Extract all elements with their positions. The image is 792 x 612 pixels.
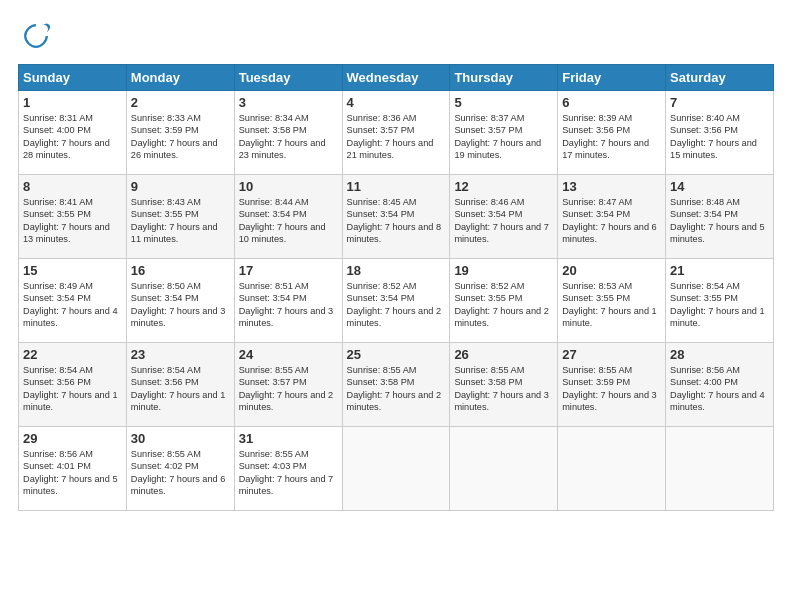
calendar-header-sunday: Sunday bbox=[19, 65, 127, 91]
calendar-cell bbox=[666, 427, 774, 511]
calendar-cell: 8 Sunrise: 8:41 AMSunset: 3:55 PMDayligh… bbox=[19, 175, 127, 259]
calendar-week-1: 1 Sunrise: 8:31 AMSunset: 4:00 PMDayligh… bbox=[19, 91, 774, 175]
calendar-cell: 2 Sunrise: 8:33 AMSunset: 3:59 PMDayligh… bbox=[126, 91, 234, 175]
day-info: Sunrise: 8:44 AMSunset: 3:54 PMDaylight:… bbox=[239, 197, 326, 244]
calendar-cell: 25 Sunrise: 8:55 AMSunset: 3:58 PMDaylig… bbox=[342, 343, 450, 427]
day-number: 7 bbox=[670, 95, 769, 110]
calendar-header-friday: Friday bbox=[558, 65, 666, 91]
calendar-cell: 29 Sunrise: 8:56 AMSunset: 4:01 PMDaylig… bbox=[19, 427, 127, 511]
day-info: Sunrise: 8:47 AMSunset: 3:54 PMDaylight:… bbox=[562, 197, 657, 244]
day-number: 8 bbox=[23, 179, 122, 194]
calendar-week-4: 22 Sunrise: 8:54 AMSunset: 3:56 PMDaylig… bbox=[19, 343, 774, 427]
day-info: Sunrise: 8:55 AMSunset: 3:59 PMDaylight:… bbox=[562, 365, 657, 412]
day-number: 16 bbox=[131, 263, 230, 278]
calendar-cell: 28 Sunrise: 8:56 AMSunset: 4:00 PMDaylig… bbox=[666, 343, 774, 427]
calendar-cell: 4 Sunrise: 8:36 AMSunset: 3:57 PMDayligh… bbox=[342, 91, 450, 175]
calendar-cell: 13 Sunrise: 8:47 AMSunset: 3:54 PMDaylig… bbox=[558, 175, 666, 259]
calendar-header-wednesday: Wednesday bbox=[342, 65, 450, 91]
calendar-cell: 12 Sunrise: 8:46 AMSunset: 3:54 PMDaylig… bbox=[450, 175, 558, 259]
calendar-cell: 16 Sunrise: 8:50 AMSunset: 3:54 PMDaylig… bbox=[126, 259, 234, 343]
calendar-cell: 3 Sunrise: 8:34 AMSunset: 3:58 PMDayligh… bbox=[234, 91, 342, 175]
calendar-cell: 20 Sunrise: 8:53 AMSunset: 3:55 PMDaylig… bbox=[558, 259, 666, 343]
day-number: 9 bbox=[131, 179, 230, 194]
day-number: 5 bbox=[454, 95, 553, 110]
day-number: 18 bbox=[347, 263, 446, 278]
day-number: 10 bbox=[239, 179, 338, 194]
calendar-cell bbox=[450, 427, 558, 511]
calendar-cell: 17 Sunrise: 8:51 AMSunset: 3:54 PMDaylig… bbox=[234, 259, 342, 343]
calendar-cell: 24 Sunrise: 8:55 AMSunset: 3:57 PMDaylig… bbox=[234, 343, 342, 427]
calendar-cell: 30 Sunrise: 8:55 AMSunset: 4:02 PMDaylig… bbox=[126, 427, 234, 511]
calendar-cell: 27 Sunrise: 8:55 AMSunset: 3:59 PMDaylig… bbox=[558, 343, 666, 427]
day-info: Sunrise: 8:54 AMSunset: 3:55 PMDaylight:… bbox=[670, 281, 765, 328]
day-info: Sunrise: 8:55 AMSunset: 4:03 PMDaylight:… bbox=[239, 449, 334, 496]
calendar-week-3: 15 Sunrise: 8:49 AMSunset: 3:54 PMDaylig… bbox=[19, 259, 774, 343]
calendar-cell: 11 Sunrise: 8:45 AMSunset: 3:54 PMDaylig… bbox=[342, 175, 450, 259]
day-info: Sunrise: 8:46 AMSunset: 3:54 PMDaylight:… bbox=[454, 197, 549, 244]
calendar-header-thursday: Thursday bbox=[450, 65, 558, 91]
day-info: Sunrise: 8:55 AMSunset: 3:57 PMDaylight:… bbox=[239, 365, 334, 412]
calendar: SundayMondayTuesdayWednesdayThursdayFrid… bbox=[18, 64, 774, 511]
calendar-cell: 6 Sunrise: 8:39 AMSunset: 3:56 PMDayligh… bbox=[558, 91, 666, 175]
page: SundayMondayTuesdayWednesdayThursdayFrid… bbox=[0, 0, 792, 612]
day-number: 26 bbox=[454, 347, 553, 362]
calendar-cell: 18 Sunrise: 8:52 AMSunset: 3:54 PMDaylig… bbox=[342, 259, 450, 343]
day-info: Sunrise: 8:37 AMSunset: 3:57 PMDaylight:… bbox=[454, 113, 541, 160]
day-info: Sunrise: 8:55 AMSunset: 4:02 PMDaylight:… bbox=[131, 449, 226, 496]
day-info: Sunrise: 8:40 AMSunset: 3:56 PMDaylight:… bbox=[670, 113, 757, 160]
day-number: 31 bbox=[239, 431, 338, 446]
day-info: Sunrise: 8:49 AMSunset: 3:54 PMDaylight:… bbox=[23, 281, 118, 328]
calendar-cell: 31 Sunrise: 8:55 AMSunset: 4:03 PMDaylig… bbox=[234, 427, 342, 511]
day-number: 23 bbox=[131, 347, 230, 362]
day-number: 1 bbox=[23, 95, 122, 110]
day-info: Sunrise: 8:45 AMSunset: 3:54 PMDaylight:… bbox=[347, 197, 442, 244]
day-number: 27 bbox=[562, 347, 661, 362]
logo bbox=[18, 18, 58, 54]
calendar-cell: 7 Sunrise: 8:40 AMSunset: 3:56 PMDayligh… bbox=[666, 91, 774, 175]
calendar-header-row: SundayMondayTuesdayWednesdayThursdayFrid… bbox=[19, 65, 774, 91]
calendar-cell: 14 Sunrise: 8:48 AMSunset: 3:54 PMDaylig… bbox=[666, 175, 774, 259]
calendar-cell: 10 Sunrise: 8:44 AMSunset: 3:54 PMDaylig… bbox=[234, 175, 342, 259]
day-number: 4 bbox=[347, 95, 446, 110]
day-info: Sunrise: 8:33 AMSunset: 3:59 PMDaylight:… bbox=[131, 113, 218, 160]
day-number: 30 bbox=[131, 431, 230, 446]
calendar-cell: 1 Sunrise: 8:31 AMSunset: 4:00 PMDayligh… bbox=[19, 91, 127, 175]
calendar-header-tuesday: Tuesday bbox=[234, 65, 342, 91]
day-info: Sunrise: 8:52 AMSunset: 3:55 PMDaylight:… bbox=[454, 281, 549, 328]
day-info: Sunrise: 8:53 AMSunset: 3:55 PMDaylight:… bbox=[562, 281, 657, 328]
calendar-cell: 15 Sunrise: 8:49 AMSunset: 3:54 PMDaylig… bbox=[19, 259, 127, 343]
day-number: 25 bbox=[347, 347, 446, 362]
calendar-cell: 9 Sunrise: 8:43 AMSunset: 3:55 PMDayligh… bbox=[126, 175, 234, 259]
day-info: Sunrise: 8:51 AMSunset: 3:54 PMDaylight:… bbox=[239, 281, 334, 328]
day-info: Sunrise: 8:55 AMSunset: 3:58 PMDaylight:… bbox=[347, 365, 442, 412]
day-number: 11 bbox=[347, 179, 446, 194]
day-info: Sunrise: 8:41 AMSunset: 3:55 PMDaylight:… bbox=[23, 197, 110, 244]
day-info: Sunrise: 8:36 AMSunset: 3:57 PMDaylight:… bbox=[347, 113, 434, 160]
day-number: 3 bbox=[239, 95, 338, 110]
day-number: 21 bbox=[670, 263, 769, 278]
header bbox=[18, 18, 774, 54]
calendar-cell: 19 Sunrise: 8:52 AMSunset: 3:55 PMDaylig… bbox=[450, 259, 558, 343]
day-number: 24 bbox=[239, 347, 338, 362]
calendar-header-monday: Monday bbox=[126, 65, 234, 91]
day-number: 15 bbox=[23, 263, 122, 278]
day-number: 13 bbox=[562, 179, 661, 194]
day-info: Sunrise: 8:39 AMSunset: 3:56 PMDaylight:… bbox=[562, 113, 649, 160]
day-number: 19 bbox=[454, 263, 553, 278]
day-number: 2 bbox=[131, 95, 230, 110]
calendar-week-2: 8 Sunrise: 8:41 AMSunset: 3:55 PMDayligh… bbox=[19, 175, 774, 259]
day-number: 6 bbox=[562, 95, 661, 110]
day-info: Sunrise: 8:55 AMSunset: 3:58 PMDaylight:… bbox=[454, 365, 549, 412]
day-number: 28 bbox=[670, 347, 769, 362]
calendar-week-5: 29 Sunrise: 8:56 AMSunset: 4:01 PMDaylig… bbox=[19, 427, 774, 511]
day-info: Sunrise: 8:52 AMSunset: 3:54 PMDaylight:… bbox=[347, 281, 442, 328]
day-info: Sunrise: 8:56 AMSunset: 4:00 PMDaylight:… bbox=[670, 365, 765, 412]
calendar-cell: 22 Sunrise: 8:54 AMSunset: 3:56 PMDaylig… bbox=[19, 343, 127, 427]
day-info: Sunrise: 8:50 AMSunset: 3:54 PMDaylight:… bbox=[131, 281, 226, 328]
day-number: 20 bbox=[562, 263, 661, 278]
calendar-cell: 23 Sunrise: 8:54 AMSunset: 3:56 PMDaylig… bbox=[126, 343, 234, 427]
day-number: 14 bbox=[670, 179, 769, 194]
day-info: Sunrise: 8:56 AMSunset: 4:01 PMDaylight:… bbox=[23, 449, 118, 496]
day-number: 22 bbox=[23, 347, 122, 362]
calendar-cell bbox=[558, 427, 666, 511]
